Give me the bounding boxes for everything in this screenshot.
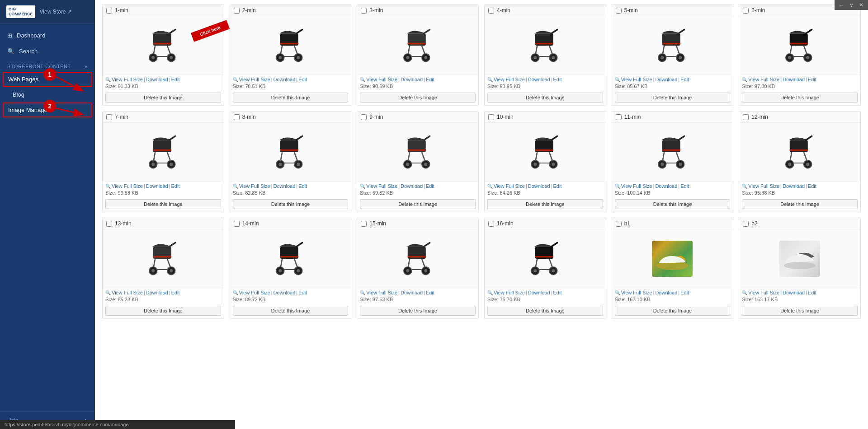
image-select-checkbox[interactable] <box>234 8 240 14</box>
image-select-checkbox[interactable] <box>361 8 367 14</box>
edit-link[interactable]: Edit <box>808 77 816 82</box>
view-full-size-link[interactable]: View Full Size <box>748 290 779 295</box>
view-full-size-link[interactable]: View Full Size <box>494 290 525 295</box>
edit-link[interactable]: Edit <box>553 183 562 189</box>
download-link[interactable]: Download <box>273 183 295 189</box>
image-select-checkbox[interactable] <box>488 114 494 120</box>
delete-image-button[interactable]: Delete this Image <box>105 199 221 209</box>
delete-image-button[interactable]: Delete this Image <box>233 306 349 316</box>
view-full-size-link[interactable]: View Full Size <box>366 183 397 189</box>
sidebar-item-image-manager[interactable]: Image Manager <box>3 103 92 117</box>
image-select-checkbox[interactable] <box>106 221 112 227</box>
view-full-size-link[interactable]: View Full Size <box>748 183 779 189</box>
image-select-checkbox[interactable] <box>234 114 240 120</box>
view-full-size-link[interactable]: View Full Size <box>112 183 143 189</box>
delete-image-button[interactable]: Delete this Image <box>105 93 221 103</box>
image-select-checkbox[interactable] <box>488 8 494 14</box>
delete-image-button[interactable]: Delete this Image <box>233 199 349 209</box>
image-select-checkbox[interactable] <box>361 221 367 227</box>
download-link[interactable]: Download <box>401 77 423 82</box>
view-full-size-link[interactable]: View Full Size <box>748 77 779 82</box>
download-link[interactable]: Download <box>401 290 423 295</box>
image-select-checkbox[interactable] <box>743 8 749 14</box>
delete-image-button[interactable]: Delete this Image <box>615 93 731 103</box>
image-select-checkbox[interactable] <box>106 114 112 120</box>
delete-image-button[interactable]: Delete this Image <box>233 93 349 103</box>
download-link[interactable]: Download <box>273 290 295 295</box>
edit-link[interactable]: Edit <box>808 290 816 295</box>
image-select-checkbox[interactable] <box>616 8 622 14</box>
edit-link[interactable]: Edit <box>171 183 180 189</box>
download-link[interactable]: Download <box>783 183 805 189</box>
view-full-size-link[interactable]: View Full Size <box>239 183 270 189</box>
download-link[interactable]: Download <box>401 183 423 189</box>
delete-image-button[interactable]: Delete this Image <box>360 306 476 316</box>
delete-image-button[interactable]: Delete this Image <box>360 93 476 103</box>
delete-image-button[interactable]: Delete this Image <box>487 93 603 103</box>
download-link[interactable]: Download <box>655 77 677 82</box>
view-full-size-link[interactable]: View Full Size <box>366 77 397 82</box>
delete-image-button[interactable]: Delete this Image <box>742 306 858 316</box>
delete-image-button[interactable]: Delete this Image <box>487 199 603 209</box>
sidebar-item-dashboard[interactable]: ⊞ Dashboard <box>0 28 95 43</box>
edit-link[interactable]: Edit <box>553 77 562 82</box>
edit-link[interactable]: Edit <box>680 77 689 82</box>
delete-image-button[interactable]: Delete this Image <box>615 199 731 209</box>
delete-image-button[interactable]: Delete this Image <box>615 306 731 316</box>
image-select-checkbox[interactable] <box>488 221 494 227</box>
sidebar-section-storefront[interactable]: Storefront Content « <box>0 59 95 71</box>
image-select-checkbox[interactable] <box>361 114 367 120</box>
download-link[interactable]: Download <box>146 77 168 82</box>
view-full-size-link[interactable]: View Full Size <box>621 290 652 295</box>
download-link[interactable]: Download <box>783 290 805 295</box>
delete-image-button[interactable]: Delete this Image <box>105 306 221 316</box>
image-select-checkbox[interactable] <box>743 114 749 120</box>
edit-link[interactable]: Edit <box>680 290 689 295</box>
image-select-checkbox[interactable] <box>743 221 749 227</box>
edit-link[interactable]: Edit <box>553 290 562 295</box>
view-full-size-link[interactable]: View Full Size <box>112 290 143 295</box>
view-full-size-link[interactable]: View Full Size <box>621 77 652 82</box>
edit-link[interactable]: Edit <box>426 290 434 295</box>
delete-image-button[interactable]: Delete this Image <box>742 199 858 209</box>
download-link[interactable]: Download <box>146 183 168 189</box>
download-link[interactable]: Download <box>655 183 677 189</box>
edit-link[interactable]: Edit <box>680 183 689 189</box>
download-link[interactable]: Download <box>528 183 550 189</box>
download-link[interactable]: Download <box>783 77 805 82</box>
sidebar-item-blog[interactable]: Blog <box>0 88 95 102</box>
image-select-checkbox[interactable] <box>234 221 240 227</box>
edit-link[interactable]: Edit <box>298 290 307 295</box>
view-full-size-link[interactable]: View Full Size <box>239 290 270 295</box>
view-full-size-link[interactable]: View Full Size <box>239 77 270 82</box>
view-full-size-link[interactable]: View Full Size <box>112 77 143 82</box>
sidebar-item-search[interactable]: 🔍 Search <box>0 43 95 59</box>
view-full-size-link[interactable]: View Full Size <box>494 77 525 82</box>
download-link[interactable]: Download <box>273 77 295 82</box>
edit-link[interactable]: Edit <box>426 183 434 189</box>
image-select-checkbox[interactable] <box>616 114 622 120</box>
view-full-size-link[interactable]: View Full Size <box>494 183 525 189</box>
edit-link[interactable]: Edit <box>426 77 434 82</box>
download-link[interactable]: Download <box>528 77 550 82</box>
download-link[interactable]: Download <box>528 290 550 295</box>
maximize-button[interactable]: ∨ <box>848 2 854 8</box>
sidebar-item-web-pages[interactable]: Web Pages <box>3 72 92 87</box>
delete-image-button[interactable]: Delete this Image <box>360 199 476 209</box>
edit-link[interactable]: Edit <box>171 290 180 295</box>
delete-image-button[interactable]: Delete this Image <box>487 306 603 316</box>
minimize-button[interactable]: – <box>838 2 844 8</box>
close-button[interactable]: ✕ <box>858 2 864 8</box>
edit-link[interactable]: Edit <box>808 183 816 189</box>
download-link[interactable]: Download <box>146 290 168 295</box>
view-store-link[interactable]: View Store ↗ <box>40 9 72 15</box>
delete-image-button[interactable]: Delete this Image <box>742 93 858 103</box>
edit-link[interactable]: Edit <box>298 77 307 82</box>
image-select-checkbox[interactable] <box>616 221 622 227</box>
download-link[interactable]: Download <box>655 290 677 295</box>
image-select-checkbox[interactable] <box>106 8 112 14</box>
view-full-size-link[interactable]: View Full Size <box>366 290 397 295</box>
edit-link[interactable]: Edit <box>298 183 307 189</box>
edit-link[interactable]: Edit <box>171 77 180 82</box>
view-full-size-link[interactable]: View Full Size <box>621 183 652 189</box>
